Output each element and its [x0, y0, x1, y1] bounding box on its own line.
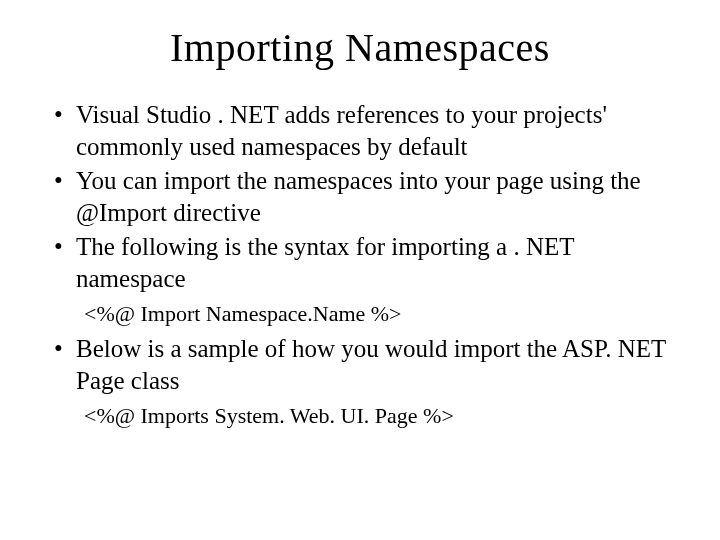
bullet-item: The following is the syntax for importin…: [48, 231, 680, 295]
bullet-item: Visual Studio . NET adds references to y…: [48, 99, 680, 163]
bullet-item: Below is a sample of how you would impor…: [48, 333, 680, 397]
slide-title: Importing Namespaces: [40, 24, 680, 71]
bullet-item: You can import the namespaces into your …: [48, 165, 680, 229]
code-sample: <%@ Import Namespace.Name %>: [40, 301, 680, 327]
bullet-list: Visual Studio . NET adds references to y…: [40, 99, 680, 295]
code-sample: <%@ Imports System. Web. UI. Page %>: [40, 403, 680, 429]
bullet-list: Below is a sample of how you would impor…: [40, 333, 680, 397]
